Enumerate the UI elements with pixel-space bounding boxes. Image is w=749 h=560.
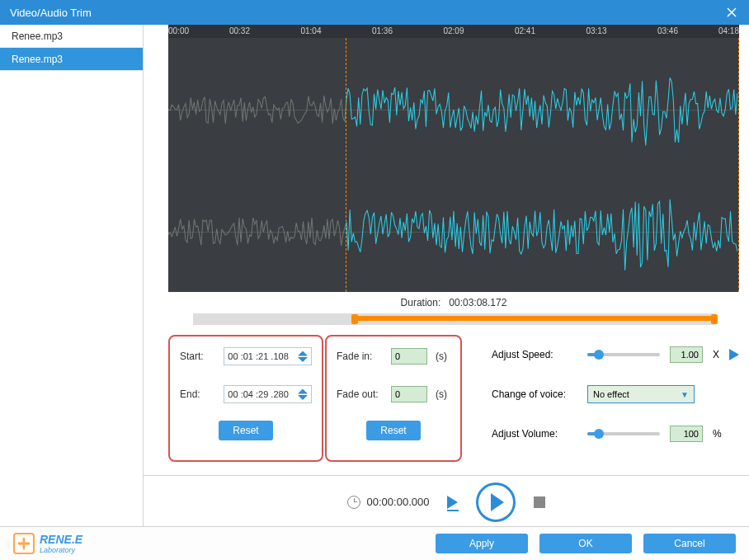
speed-suffix: X	[713, 349, 719, 360]
end-time-input[interactable]: 00 :04 :29 .280	[224, 385, 312, 403]
speed-value[interactable]	[670, 346, 703, 363]
speed-slider[interactable]	[587, 353, 660, 356]
fadein-input[interactable]	[391, 348, 427, 365]
trim-handle-end[interactable]	[711, 314, 718, 324]
footer-bar: RENE.ELaboratory Apply OK Cancel	[0, 526, 749, 560]
titlebar: Video/Audio Trim	[0, 0, 749, 25]
volume-value[interactable]	[670, 426, 703, 442]
apply-button[interactable]: Apply	[436, 534, 528, 553]
close-icon[interactable]	[724, 5, 739, 20]
fade-unit: (s)	[436, 351, 447, 362]
file-sidebar: Renee.mp3 Renee.mp3	[0, 25, 144, 526]
waveform-display[interactable]	[168, 38, 739, 292]
reset-fade-button[interactable]: Reset	[366, 421, 421, 440]
plus-icon	[13, 533, 35, 554]
play-button[interactable]	[476, 482, 516, 522]
volume-slider[interactable]	[587, 432, 660, 435]
fadeout-input[interactable]	[391, 386, 427, 402]
voice-select[interactable]: No effect▼	[587, 385, 695, 403]
spinner-icon[interactable]	[298, 389, 308, 400]
playback-bar: 00:00:00.000	[144, 475, 749, 528]
volume-suffix: %	[713, 428, 722, 440]
end-label: End:	[180, 388, 215, 400]
ok-button[interactable]: OK	[539, 534, 632, 553]
clock-icon	[347, 496, 360, 509]
fade-panel: Fade in: (s) Fade out: (s) Reset	[325, 335, 462, 462]
brand-logo: RENE.ELaboratory	[13, 533, 82, 554]
speed-label: Adjust Speed:	[492, 349, 577, 360]
start-end-panel: Start: 00 :01 :21 .108 End: 00 :04 :29 .…	[168, 335, 323, 462]
cancel-button[interactable]: Cancel	[643, 534, 736, 553]
window-title: Video/Audio Trim	[10, 7, 92, 19]
start-time-input[interactable]: 00 :01 :21 .108	[224, 347, 312, 365]
speed-preview-play-icon[interactable]	[729, 349, 739, 360]
play-icon	[491, 493, 504, 511]
trim-range-bar[interactable]	[193, 313, 714, 325]
voice-label: Change of voice:	[492, 388, 577, 400]
playback-time: 00:00:00.000	[367, 496, 430, 508]
reset-trim-button[interactable]: Reset	[219, 421, 273, 440]
volume-label: Adjust Volume:	[492, 428, 577, 440]
sidebar-item[interactable]: Renee.mp3	[0, 25, 143, 48]
sidebar-item[interactable]: Renee.mp3	[0, 48, 143, 71]
fadein-label: Fade in:	[337, 351, 383, 362]
time-ruler: 00:0000:3201:0401:3602:0902:4103:1303:46…	[168, 25, 739, 38]
spinner-icon[interactable]	[298, 351, 308, 362]
fadeout-label: Fade out:	[337, 388, 383, 400]
trim-handle-start[interactable]	[351, 314, 358, 324]
stop-button[interactable]	[534, 496, 545, 508]
start-label: Start:	[180, 351, 215, 362]
fade-unit: (s)	[436, 388, 447, 400]
chevron-down-icon: ▼	[681, 390, 689, 399]
duration-value: 00:03:08.172	[449, 297, 506, 308]
trim-selection-overlay	[346, 38, 740, 292]
duration-label: Duration:	[401, 297, 441, 308]
set-start-marker-icon[interactable]	[447, 496, 458, 509]
